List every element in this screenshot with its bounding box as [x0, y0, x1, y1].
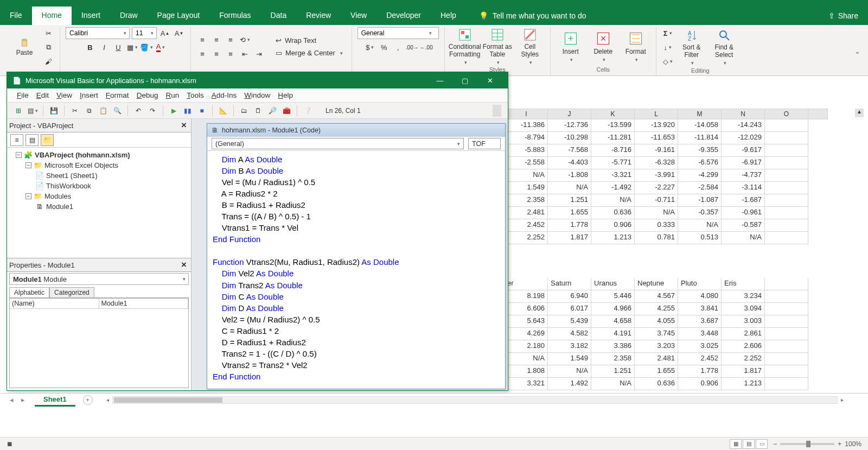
sheet-nav-next[interactable]: ▸: [21, 396, 25, 404]
cell[interactable]: -4.299: [678, 169, 722, 182]
increase-indent-button[interactable]: ⇥: [253, 48, 265, 60]
merge-center-button[interactable]: ▭Merge & Center: [272, 48, 346, 58]
cell[interactable]: 2.861: [722, 328, 765, 340]
tree-thisworkbook[interactable]: ThisWorkbook: [46, 181, 91, 191]
toolbox-button[interactable]: 🧰: [282, 106, 291, 116]
cell[interactable]: Neptune: [635, 278, 678, 290]
cell[interactable]: 4.567: [635, 290, 678, 303]
tab-file[interactable]: File: [0, 7, 32, 25]
cell[interactable]: -5.771: [591, 157, 635, 169]
scroll-thumb[interactable]: [114, 397, 222, 403]
decrease-decimal-button[interactable]: ←.00: [420, 41, 432, 53]
percent-button[interactable]: %: [378, 41, 390, 53]
zoom-level[interactable]: 100%: [845, 440, 861, 448]
cell[interactable]: N/A: [722, 232, 765, 244]
find-button-vba[interactable]: 🔍: [112, 106, 122, 116]
bold-button[interactable]: B: [84, 41, 96, 53]
cell[interactable]: 3.745: [635, 328, 678, 340]
cell[interactable]: 0.906: [678, 378, 722, 390]
vba-menu-window[interactable]: Window: [244, 91, 270, 99]
cell[interactable]: [765, 365, 808, 378]
cell[interactable]: -3.991: [635, 169, 678, 182]
cell[interactable]: [765, 378, 808, 390]
cell[interactable]: -8.716: [591, 144, 635, 157]
cell[interactable]: 2.358: [505, 194, 548, 207]
cell[interactable]: N/A: [591, 194, 635, 207]
code-editor[interactable]: Dim A As Double Dim B As Double Vel = (M…: [207, 151, 505, 389]
cell[interactable]: -4.403: [548, 157, 591, 169]
tab-insert[interactable]: Insert: [72, 7, 110, 25]
run-button[interactable]: ▶: [169, 106, 178, 116]
tree-collapse-icon[interactable]: −: [25, 162, 31, 168]
cell[interactable]: -6.576: [678, 157, 722, 169]
cell[interactable]: 8.198: [505, 290, 548, 303]
cell[interactable]: -11.653: [635, 132, 678, 144]
cell[interactable]: -13.920: [635, 119, 678, 132]
vba-menu-edit[interactable]: Edit: [36, 91, 49, 99]
macro-record-icon[interactable]: ⏹: [7, 440, 13, 448]
cell[interactable]: -7.568: [548, 144, 591, 157]
cell[interactable]: 3.025: [678, 340, 722, 353]
procedure-combo[interactable]: TOF: [468, 138, 501, 149]
cell[interactable]: 0.906: [591, 219, 635, 232]
properties-pane-close[interactable]: ×: [179, 259, 189, 270]
cell[interactable]: 1.549: [505, 182, 548, 194]
cell[interactable]: -1.087: [678, 194, 722, 207]
cell[interactable]: [765, 207, 808, 219]
worksheet-grid[interactable]: ▲ IJKLMNO -11.386-12.736-13.599-13.920-1…: [505, 109, 864, 390]
project-pane-close[interactable]: ×: [179, 120, 189, 131]
vba-menu-format[interactable]: Format: [106, 91, 129, 99]
tree-collapse-icon[interactable]: −: [16, 152, 22, 158]
copy-button-vba[interactable]: ⧉: [84, 106, 94, 116]
cell[interactable]: 4.191: [591, 328, 635, 340]
font-color-button[interactable]: A: [155, 41, 167, 53]
cell-styles-button[interactable]: Cell Styles: [515, 28, 545, 65]
borders-button[interactable]: ▦: [126, 41, 138, 53]
cell[interactable]: 3.003: [722, 315, 765, 328]
cell[interactable]: 1.213: [722, 378, 765, 390]
orientation-button[interactable]: ⟲: [239, 34, 251, 46]
cell[interactable]: Uranus: [591, 278, 635, 290]
zoom-slider[interactable]: [780, 443, 834, 445]
vba-menu-file[interactable]: File: [17, 91, 29, 99]
cell[interactable]: N/A: [505, 353, 548, 365]
view-excel-button[interactable]: ⊞: [14, 106, 23, 116]
number-format-input[interactable]: [358, 29, 426, 37]
cell[interactable]: Pluto: [678, 278, 722, 290]
cell[interactable]: 2.452: [678, 353, 722, 365]
help-button-vba[interactable]: ❔: [303, 106, 312, 116]
wrap-text-button[interactable]: ↩Wrap Text: [272, 35, 346, 46]
align-middle-button[interactable]: ≡: [210, 34, 222, 46]
cell[interactable]: Eris: [722, 278, 765, 290]
cell[interactable]: -8.794: [505, 132, 548, 144]
vba-menu-addins[interactable]: Add-Ins: [212, 91, 237, 99]
cell[interactable]: 1.808: [505, 365, 548, 378]
cell[interactable]: -11.814: [678, 132, 722, 144]
cell[interactable]: [765, 144, 808, 157]
align-top-button[interactable]: ≡: [196, 34, 208, 46]
cell[interactable]: N/A: [505, 169, 548, 182]
project-tree[interactable]: −🧩VBAProject (hohmann.xlsm) −📁Microsoft …: [7, 148, 191, 258]
format-cells-button[interactable]: Format: [621, 28, 650, 65]
comma-style-button[interactable]: ,: [392, 41, 404, 53]
cell[interactable]: 3.203: [635, 340, 678, 353]
cell[interactable]: -2.558: [505, 157, 548, 169]
cell[interactable]: -0.711: [635, 194, 678, 207]
cell[interactable]: 2.252: [505, 232, 548, 244]
cell[interactable]: 0.333: [635, 219, 678, 232]
tree-module1[interactable]: Module1: [46, 201, 73, 212]
cell[interactable]: 6.606: [505, 303, 548, 315]
cell[interactable]: [765, 132, 808, 144]
align-center-button[interactable]: ≡: [210, 48, 222, 60]
undo-button-vba[interactable]: ↶: [133, 106, 143, 116]
project-explorer-button[interactable]: 🗂: [239, 106, 249, 116]
cell[interactable]: -1.492: [591, 182, 635, 194]
cell[interactable]: 4.658: [591, 315, 635, 328]
properties-button[interactable]: 🗒: [253, 106, 263, 116]
cell[interactable]: 4.255: [635, 303, 678, 315]
cell[interactable]: -10.298: [548, 132, 591, 144]
properties-object-combo[interactable]: Module1 Module▾: [9, 273, 189, 285]
cell[interactable]: 1.655: [635, 365, 678, 378]
accounting-format-button[interactable]: $: [364, 41, 376, 53]
collapse-ribbon-button[interactable]: ⌄: [851, 47, 864, 55]
